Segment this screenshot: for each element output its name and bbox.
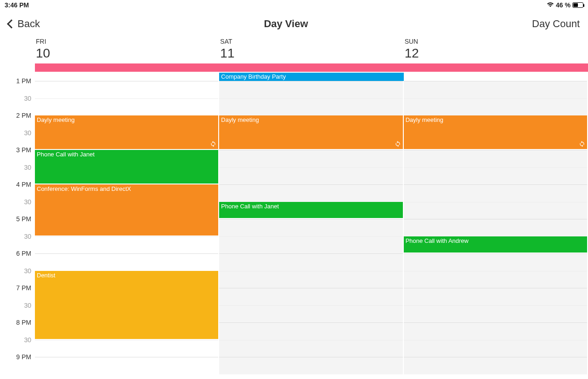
time-label-minor: 30 bbox=[24, 302, 31, 309]
calendar-event[interactable]: Phone Call with Janet bbox=[219, 202, 402, 219]
time-slot[interactable] bbox=[404, 305, 587, 323]
day-column[interactable]: Dayly meetingPhone Call with Janet bbox=[219, 81, 403, 374]
recurring-icon bbox=[395, 141, 401, 147]
time-slot[interactable] bbox=[404, 98, 587, 116]
time-slot[interactable] bbox=[219, 81, 402, 98]
time-label-hour: 3 PM bbox=[16, 146, 31, 154]
recurring-icon bbox=[210, 141, 216, 147]
nav-bar: Back Day View Day Count bbox=[0, 10, 588, 38]
wifi-icon bbox=[547, 1, 554, 9]
time-slot[interactable] bbox=[404, 288, 587, 305]
back-button[interactable]: Back bbox=[8, 18, 40, 30]
time-label-hour: 5 PM bbox=[16, 215, 31, 223]
time-grid: 1 PM302 PM303 PM304 PM305 PM306 PM307 PM… bbox=[0, 81, 588, 374]
status-right: 46 % bbox=[547, 1, 583, 9]
time-label-minor: 30 bbox=[24, 267, 31, 275]
battery-icon bbox=[572, 2, 583, 8]
time-slot[interactable] bbox=[35, 236, 218, 254]
time-slot[interactable] bbox=[404, 150, 587, 167]
day-header-2[interactable]: SUN12 bbox=[404, 38, 588, 61]
time-label-minor: 30 bbox=[24, 233, 31, 240]
day-number: 11 bbox=[220, 46, 402, 61]
time-slot[interactable] bbox=[35, 253, 218, 271]
calendar-event[interactable]: Conference: WinForms and DirectX bbox=[35, 184, 218, 236]
calendar: FRI10SAT11SUN12 Company Birthday Party 1… bbox=[0, 38, 588, 374]
calendar-event[interactable]: Phone Call with Andrew bbox=[404, 236, 587, 254]
day-of-week: SUN bbox=[405, 38, 587, 45]
time-slot[interactable] bbox=[219, 253, 402, 271]
day-number: 12 bbox=[405, 46, 587, 61]
calendar-event[interactable]: Dayly meeting bbox=[35, 115, 218, 150]
time-slot[interactable] bbox=[219, 288, 402, 305]
time-slot[interactable] bbox=[35, 98, 218, 116]
time-slot[interactable] bbox=[404, 271, 587, 288]
time-slot[interactable] bbox=[219, 184, 402, 202]
time-label-hour: 6 PM bbox=[16, 250, 31, 257]
time-slot[interactable] bbox=[35, 81, 218, 98]
time-slot[interactable] bbox=[404, 322, 587, 340]
calendar-event[interactable]: Phone Call with Janet bbox=[35, 150, 218, 184]
time-label-minor: 30 bbox=[24, 129, 31, 137]
time-slot[interactable] bbox=[219, 357, 402, 374]
time-slot[interactable] bbox=[404, 219, 587, 236]
day-columns[interactable]: Dayly meetingPhone Call with JanetConfer… bbox=[35, 81, 588, 374]
time-label-hour: 7 PM bbox=[16, 284, 31, 292]
time-label-hour: 4 PM bbox=[16, 181, 31, 188]
status-bar: 3:46 PM 46 % bbox=[0, 0, 588, 10]
time-slot[interactable] bbox=[404, 253, 587, 271]
time-slot[interactable] bbox=[404, 357, 587, 374]
allday-span-bar[interactable] bbox=[35, 63, 588, 72]
day-header-0[interactable]: FRI10 bbox=[35, 38, 219, 61]
time-slot[interactable] bbox=[35, 357, 218, 374]
time-slot[interactable] bbox=[219, 340, 402, 357]
day-column[interactable]: Dayly meetingPhone Call with Andrew bbox=[404, 81, 588, 374]
time-slot[interactable] bbox=[404, 81, 587, 98]
day-number: 10 bbox=[36, 46, 218, 61]
time-slot[interactable] bbox=[35, 340, 218, 357]
time-label-minor: 30 bbox=[24, 164, 31, 171]
time-slot[interactable] bbox=[219, 271, 402, 288]
day-of-week: FRI bbox=[36, 38, 218, 45]
time-slot[interactable] bbox=[219, 322, 402, 340]
day-count-button[interactable]: Day Count bbox=[532, 18, 580, 30]
calendar-event[interactable]: Dayly meeting bbox=[219, 115, 402, 150]
allday-row bbox=[35, 63, 588, 72]
day-of-week: SAT bbox=[220, 38, 402, 45]
time-slot[interactable] bbox=[404, 340, 587, 357]
time-label-hour: 9 PM bbox=[16, 353, 31, 361]
time-label-minor: 30 bbox=[24, 95, 31, 102]
chevron-left-icon bbox=[7, 19, 16, 29]
time-slot[interactable] bbox=[404, 167, 587, 185]
page-title: Day View bbox=[264, 18, 308, 30]
time-slot[interactable] bbox=[404, 202, 587, 219]
calendar-event[interactable]: Dentist bbox=[35, 271, 218, 340]
time-label-hour: 1 PM bbox=[16, 77, 31, 85]
day-headers: FRI10SAT11SUN12 bbox=[0, 38, 588, 61]
day-header-1[interactable]: SAT11 bbox=[219, 38, 403, 61]
status-time: 3:46 PM bbox=[5, 1, 29, 9]
back-label: Back bbox=[17, 18, 40, 30]
time-label-minor: 30 bbox=[24, 198, 31, 206]
time-label-minor: 30 bbox=[24, 336, 31, 344]
time-slot[interactable] bbox=[219, 150, 402, 167]
calendar-event[interactable]: Dayly meeting bbox=[404, 115, 587, 150]
time-slot[interactable] bbox=[219, 98, 402, 116]
allday-event[interactable]: Company Birthday Party bbox=[219, 73, 403, 81]
recurring-icon bbox=[579, 141, 585, 147]
time-label-hour: 8 PM bbox=[16, 319, 31, 326]
time-slot[interactable] bbox=[219, 305, 402, 323]
battery-percent: 46 % bbox=[556, 1, 571, 9]
time-label-hour: 2 PM bbox=[16, 112, 31, 119]
day-column[interactable]: Dayly meetingPhone Call with JanetConfer… bbox=[35, 81, 219, 374]
time-slot[interactable] bbox=[404, 184, 587, 202]
time-slot[interactable] bbox=[219, 167, 402, 185]
time-slot[interactable] bbox=[219, 236, 402, 254]
time-slot[interactable] bbox=[219, 219, 402, 236]
allday-events-row: Company Birthday Party bbox=[35, 73, 588, 81]
